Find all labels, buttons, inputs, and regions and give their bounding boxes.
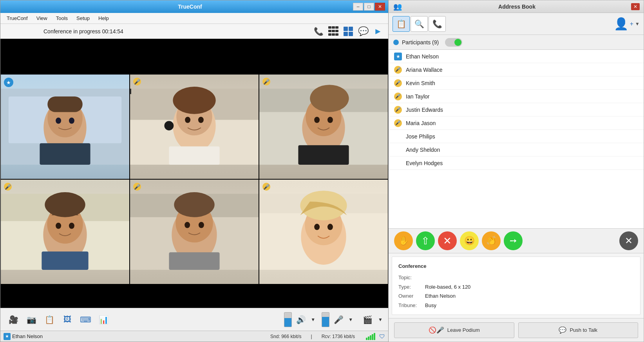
contacts-list-icon: 📋: [396, 19, 406, 29]
svg-point-13: [185, 117, 190, 123]
camera-button[interactable]: 🎥: [5, 311, 22, 328]
smile-button[interactable]: 😀: [460, 231, 479, 250]
close-button[interactable]: ✕: [375, 3, 385, 11]
mic-status-icon: 🎤: [394, 93, 402, 100]
user-plus-icon: 👤: [614, 17, 628, 31]
participant-ethan-nelson[interactable]: ★ Ethan Nelson: [389, 50, 644, 63]
mic-badge-5: 🎤: [133, 183, 141, 191]
reject-button[interactable]: ✕: [438, 231, 457, 250]
menu-tools[interactable]: Tools: [52, 14, 72, 22]
svg-point-14: [198, 117, 204, 123]
video-cell-3[interactable]: 🎤: [259, 74, 388, 179]
participant-justin-edwards[interactable]: 🎤 Justin Edwards: [389, 103, 644, 116]
video-cell-2[interactable]: 🎤: [130, 74, 259, 179]
participant-kevin-smith[interactable]: 🎤 Kevin Smith: [389, 76, 644, 90]
document-button[interactable]: 📋: [41, 311, 58, 328]
leave-podium-label: Leave Podium: [447, 327, 480, 333]
window-controls: – □ ✕: [353, 3, 385, 11]
mic-group: 🎤 ▼: [322, 311, 354, 328]
speaker-icon[interactable]: 🔊: [293, 311, 309, 328]
video-toggle-button[interactable]: 🎬: [359, 311, 376, 328]
raise-hand-button[interactable]: ✋: [394, 231, 413, 250]
leave-podium-button[interactable]: 🚫🎤 Leave Podium: [394, 322, 514, 338]
mic-status-icon: 🎤: [394, 106, 402, 114]
mic-icon[interactable]: 🎤: [330, 311, 347, 328]
applause-button[interactable]: 👏: [482, 231, 501, 250]
status-bar: ★ Ethan Nelson Snd: 966 kbit/s | Rcv: 17…: [0, 331, 388, 342]
volume-arrow[interactable]: ▼: [310, 316, 316, 323]
push-talk-icon: 💬: [559, 326, 566, 334]
minimize-button[interactable]: –: [353, 3, 363, 11]
participant-maria-jason[interactable]: 🎤 Maria Jason: [389, 116, 644, 130]
participant-name: Maria Jason: [406, 120, 436, 126]
phone-icon[interactable]: 📞: [312, 26, 325, 37]
svg-point-25: [310, 85, 349, 112]
dismiss-button[interactable]: ✕: [619, 231, 638, 250]
ab-tab-contacts[interactable]: 📋: [393, 16, 410, 32]
menu-bar: TrueConf View Tools Setup Help: [0, 13, 388, 24]
presentation-button[interactable]: 🖼: [59, 311, 76, 328]
action-row: ✋ ⇧ ✕ 😀 👏 ➙ ✕: [389, 228, 644, 253]
video-cell-1[interactable]: ★: [0, 74, 130, 179]
thumbs-up-button[interactable]: ⇧: [416, 231, 435, 250]
participant-ian-taylor[interactable]: 🎤 Ian Taylor: [389, 90, 644, 103]
participant-andy-sheldon[interactable]: Andy Sheldon: [389, 143, 644, 156]
participant-ariana-wallace[interactable]: 🎤 Ariana Wallace: [389, 63, 644, 76]
conf-tribune-row: Tribune: Busy: [398, 301, 634, 310]
conf-owner-row: Owner Ethan Nelson: [398, 291, 634, 300]
maximize-button[interactable]: □: [364, 3, 374, 11]
video-cell-4[interactable]: 🎤: [0, 179, 130, 284]
menu-setup[interactable]: Setup: [72, 14, 94, 22]
svg-rect-30: [42, 251, 88, 270]
ab-tab-search[interactable]: 🔍: [411, 16, 428, 32]
title-bar: TrueConf – □ ✕: [0, 0, 388, 13]
enter-conference-button[interactable]: ➙: [504, 231, 523, 250]
participant-name: Evelyn Hodges: [406, 160, 443, 166]
ab-tab-call[interactable]: 📞: [429, 16, 446, 32]
ab-title: Address Book: [403, 4, 631, 10]
arrow-right-icon[interactable]: ►: [372, 26, 384, 37]
dialpad-button[interactable]: ⌨: [77, 311, 94, 328]
user-dropdown-arrow[interactable]: ▼: [635, 21, 640, 27]
svg-point-40: [199, 222, 204, 228]
participant-jose-philips[interactable]: Jose Philips: [389, 130, 644, 143]
add-user-button[interactable]: 👤 + ▼: [614, 17, 640, 31]
menu-trueconf[interactable]: TrueConf: [3, 14, 32, 22]
ab-toolbar: 📋 🔍 📞 👤 + ▼: [389, 13, 644, 35]
participant-name: Kevin Smith: [406, 80, 435, 86]
push-to-talk-button[interactable]: 💬 Push to Talk: [518, 322, 639, 338]
volume-slider[interactable]: [284, 312, 292, 327]
svg-rect-38: [169, 252, 219, 270]
svg-rect-12: [169, 146, 219, 165]
menu-help[interactable]: Help: [94, 14, 113, 22]
status-user-name: Ethan Nelson: [12, 333, 43, 339]
menu-view[interactable]: View: [33, 14, 51, 22]
svg-point-31: [56, 223, 61, 229]
video-cell-5[interactable]: 🎤: [130, 179, 259, 284]
svg-rect-17: [130, 89, 131, 94]
call-icon: 📞: [432, 19, 442, 29]
conf-topic-label: Topic:: [398, 273, 422, 282]
mic-arrow[interactable]: ▼: [347, 316, 354, 323]
mic-badge-2: 🎤: [133, 78, 141, 86]
screenshot-button[interactable]: 📷: [23, 311, 40, 328]
contacts-grid-icon[interactable]: [342, 26, 355, 37]
svg-rect-22: [298, 145, 349, 165]
volume-group: 🔊 ▼: [284, 311, 316, 328]
participants-label: Participants (9): [402, 39, 439, 45]
participants-toggle[interactable]: [445, 38, 462, 47]
status-star-icon: ★: [4, 333, 11, 340]
ab-close-button[interactable]: ✕: [631, 3, 640, 10]
chart-button[interactable]: 📊: [95, 311, 112, 328]
svg-point-32: [69, 223, 74, 229]
ab-tabs: 📋 🔍 📞: [393, 16, 446, 32]
video-cell-6[interactable]: 🎤: [259, 179, 388, 284]
participants-header: Participants (9): [389, 35, 644, 50]
mic-slider[interactable]: [322, 312, 329, 327]
video-arrow[interactable]: ▼: [377, 316, 384, 323]
conf-owner-val: Ethan Nelson: [425, 291, 456, 300]
dialpad-icon[interactable]: [327, 26, 340, 37]
chat-icon[interactable]: 💬: [357, 26, 369, 37]
ab-bottom-buttons: 🚫🎤 Leave Podium 💬 Push to Talk: [389, 318, 644, 342]
participant-evelyn-hodges[interactable]: Evelyn Hodges: [389, 156, 644, 170]
